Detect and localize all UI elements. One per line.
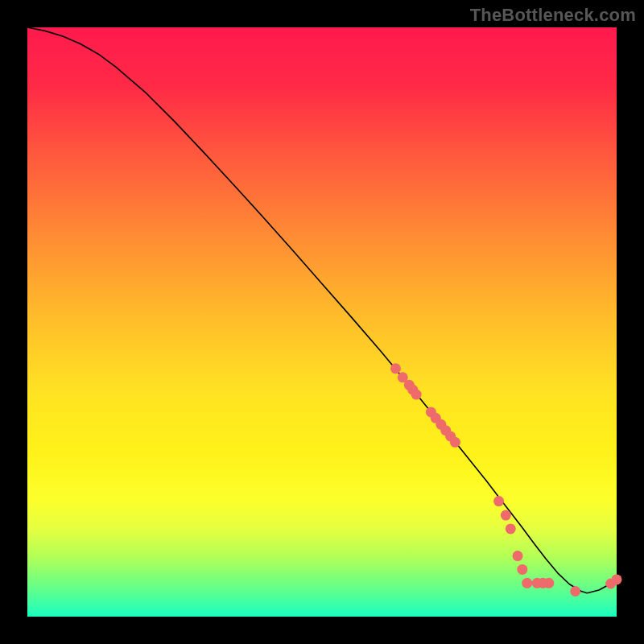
watermark-text: TheBottleneck.com [470, 5, 636, 26]
chart-stage: TheBottleneck.com [0, 0, 644, 644]
marker-dot [517, 564, 527, 575]
marker-dot [506, 523, 516, 534]
series-markers [390, 363, 622, 597]
marker-dot [390, 363, 401, 374]
marker-dot [543, 578, 554, 588]
marker-dot [570, 586, 580, 597]
marker-dot [493, 496, 504, 506]
marker-dot [522, 578, 532, 588]
marker-dot [411, 390, 422, 400]
plot-area [27, 27, 617, 617]
marker-dot [612, 574, 622, 584]
marker-dot [501, 510, 511, 521]
series-curve [27, 27, 617, 593]
chart-svg [27, 27, 617, 617]
marker-dot [450, 437, 460, 448]
marker-dot [513, 551, 523, 561]
